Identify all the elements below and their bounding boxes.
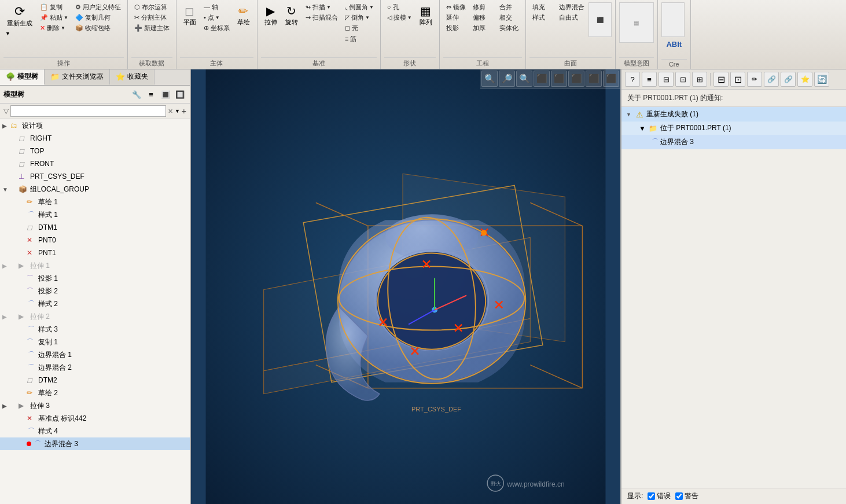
tree-item-prt-csys[interactable]: ⊥ PRT_CSYS_DEF [0,170,190,183]
new-body-btn[interactable]: ➕新建主体 [131,23,172,33]
tree-item-copy1[interactable]: ⌒ 复制 1 [0,336,190,348]
blend-sweep-btn[interactable]: ⇝扫描混合 [303,13,341,23]
delete-btn[interactable]: ✕删除▼ [37,23,71,33]
array-btn[interactable]: ▦ 阵列 [416,2,436,28]
mirror-btn[interactable]: ⇔边界混合 镜像 [443,2,469,12]
user-defined-btn[interactable]: ⚙用户定义特征 [72,2,124,12]
tree-item-style4[interactable]: ⌒ 样式 4 [0,425,190,437]
rt-icon4[interactable]: 🔗 [764,72,779,87]
regenerate-split[interactable]: ⟳ 重新生成 ▼ [3,2,36,57]
tree-item-blend3[interactable]: ⌒ 边界混合 3 [0,437,190,450]
notif-prt-location[interactable]: ▼ 📁 位于 PRT0001.PRT (1) [621,122,846,135]
style-toolbar-btn[interactable]: 样式 [529,13,555,23]
rotate-btn[interactable]: ↻ 旋转 [282,2,301,28]
rt-col-btn[interactable]: ⊡ [675,72,690,87]
rt-grid-btn[interactable]: ⊟ [659,72,674,87]
notif-blend3[interactable]: ⌒ 边界混合 3 [621,135,846,149]
rt-icon6[interactable]: ⭐ [797,72,812,87]
rt-icon2[interactable]: ⊡ [730,72,745,87]
plane-btn[interactable]: ◻ 平面 [180,2,200,28]
coord-btn[interactable]: ⊕坐标系 [201,23,233,33]
offset-btn[interactable]: 偏移 [470,13,495,23]
rt-help-btn[interactable]: ? [625,72,640,87]
tree-item-datum442[interactable]: ✕ 基准点 标识442 [0,412,190,425]
rt-icon1[interactable]: ⊟ [713,72,729,87]
filter-clear-btn[interactable]: ✕ [168,108,173,115]
sketch-btn[interactable]: ✏ 草绘 [234,2,253,28]
vp-view1[interactable]: ⬛ [534,71,550,87]
freeform-btn[interactable]: 自由式 [556,13,587,23]
shell-btn[interactable]: ◻壳 [342,23,377,33]
vp-view4[interactable]: ⬛ [586,71,602,87]
notif-regen-fail[interactable]: ▼ ⚠ 重新生成失败 (1) [621,107,846,122]
trim-btn[interactable]: 修剪 [470,2,495,12]
boolean-btn[interactable]: ⬡布尔运算 [131,2,172,12]
merge-btn[interactable]: 合并 [496,2,522,12]
tree-settings-icon[interactable]: 🔧 [130,88,143,101]
vp-zoom-out[interactable]: 🔎 [516,71,532,87]
warning-checkbox-label[interactable]: 警告 [675,491,698,501]
extend-btn[interactable]: 延伸 [443,13,469,23]
thicken-btn[interactable]: 加厚 [470,23,495,33]
sweep-btn[interactable]: ↬扫描▼ [303,2,341,12]
tree-item-front[interactable]: ◻ FRONT [0,157,190,170]
tab-bookmarks[interactable]: ⭐ 收藏夹 [110,69,155,85]
fill-btn[interactable]: 填充 [529,2,555,12]
tree-item-blend1[interactable]: ⌒ 边界混合 1 [0,348,190,361]
rt-icon3[interactable]: ✏ [747,72,762,87]
tree-item-local-group[interactable]: ▼ 📦 组LOCAL_GROUP [0,183,190,196]
error-checkbox[interactable] [648,492,655,500]
warning-checkbox[interactable] [675,492,683,500]
expand-extrude2[interactable]: ▶ [2,314,10,320]
vp-view5[interactable]: ⬛ [603,71,619,87]
tree-item-right[interactable]: ◻ RIGHT [0,132,190,145]
expand-local-group[interactable]: ▼ [2,186,10,193]
tree-list-icon[interactable]: ≡ [145,88,157,101]
tab-model-tree[interactable]: 🌳 模型树 [0,69,45,85]
tree-item-pnt1[interactable]: ✕ PNT1 [0,247,190,259]
point-btn[interactable]: •点▼ [201,13,233,23]
hole-btn[interactable]: ○孔 [384,2,415,12]
shrink-btn[interactable]: 📦收缩包络 [72,23,124,33]
expand-design[interactable]: ▶ [2,123,10,129]
stretch-btn[interactable]: ▶ 拉伸 [261,2,281,28]
surface-blend-btn[interactable]: 边界混合 [556,2,587,12]
tree-item-proj2[interactable]: ⌒ 投影 2 [0,285,190,297]
tree-item-style3[interactable]: ⌒ 样式 3 [0,323,190,336]
tree-item-design[interactable]: ▶ 🗂 设计项 [0,119,190,132]
tree-item-dtm2[interactable]: ◻ DTM2 [0,374,190,387]
filter-dropdown-arrow[interactable]: ▼ [175,108,180,114]
vp-zoom-in[interactable]: 🔎 [499,71,515,87]
tree-item-dtm1[interactable]: ◻ DTM1 [0,221,190,234]
rt-clip-btn[interactable]: ⊞ [692,72,707,87]
chamfer-btn[interactable]: ◸倒角▼ [342,13,377,23]
draft-btn[interactable]: ◁拔模▼ [384,13,415,23]
tree-item-style1[interactable]: ⌒ 样式 1 [0,208,190,221]
expand-extrude3[interactable]: ▶ [2,403,10,409]
regenerate-arrow[interactable]: ▼ [3,30,36,37]
tree-item-pnt0[interactable]: ✕ PNT0 [0,234,190,247]
error-checkbox-label[interactable]: 错误 [648,491,671,501]
rt-list-btn[interactable]: ≡ [642,72,657,87]
vp-view3[interactable]: ⬛ [568,71,584,87]
tree-col-icon[interactable]: 🔳 [159,88,172,101]
notif-expand-prt[interactable]: ▼ [639,124,646,133]
axis-btn[interactable]: —轴 [201,2,233,12]
solidify-btn[interactable]: 实体化 [496,23,522,33]
round-btn[interactable]: ◟倒圆角▼ [342,2,377,12]
split-btn[interactable]: ✂分割主体 [131,13,172,23]
rib-btn[interactable]: ≡筋 [342,34,377,44]
tree-item-extrude1[interactable]: ▶ ▶ 拉伸 1 [0,259,190,272]
tree-item-style2[interactable]: ⌒ 样式 2 [0,297,190,310]
paste-btn[interactable]: 📌粘贴▼ [37,13,71,23]
expand-extrude1[interactable]: ▶ [2,263,10,269]
vp-zoom-fit[interactable]: 🔍 [481,71,498,87]
regenerate-btn[interactable]: ⟳ 重新生成 [3,2,36,30]
tree-item-top[interactable]: ◻ TOP [0,145,190,157]
tree-item-sketch2[interactable]: ✏ 草绘 2 [0,387,190,399]
notif-expand-regen[interactable]: ▼ [626,112,633,117]
filter-input[interactable] [10,105,166,117]
abit-btn[interactable]: ABIt [661,38,687,51]
copy-geo-btn[interactable]: 🔷复制几何 [72,13,124,23]
rt-refresh-btn[interactable]: 🔄 [814,72,829,87]
